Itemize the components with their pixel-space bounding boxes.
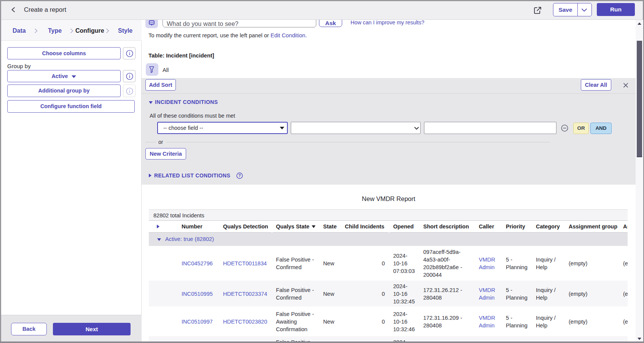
svg-text:?: ? <box>238 173 241 178</box>
